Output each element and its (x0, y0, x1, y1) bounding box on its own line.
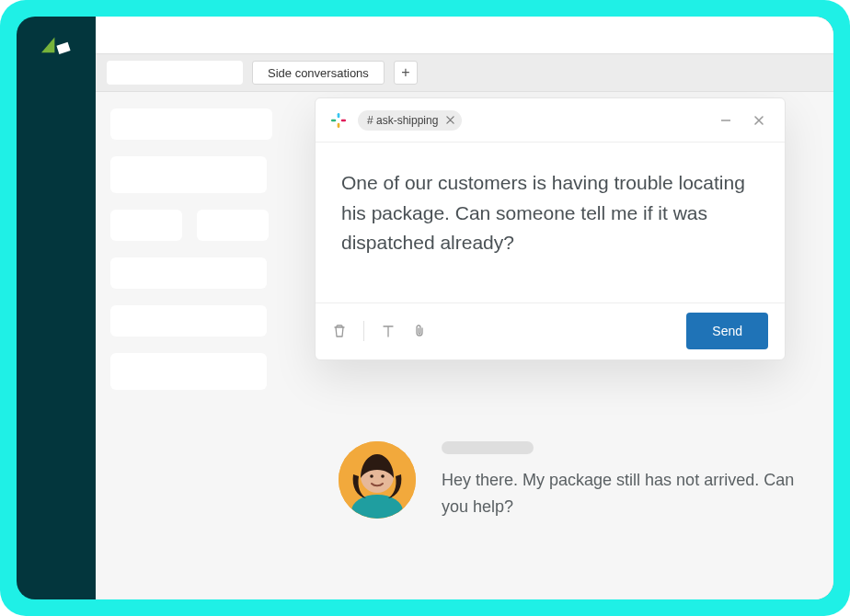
message-column: Hey there. My package still has not arri… (442, 441, 815, 520)
placeholder-block (110, 305, 267, 337)
customer-avatar (339, 441, 416, 519)
placeholder-block (110, 353, 267, 390)
separator (363, 321, 364, 341)
tab-bar: Side conversations + (96, 53, 833, 92)
channel-chip-label: # ask-shipping (367, 114, 438, 127)
trash-icon[interactable] (332, 324, 347, 338)
slack-icon (330, 112, 347, 129)
send-button[interactable]: Send (686, 313, 768, 349)
svg-rect-3 (331, 119, 336, 121)
plus-icon: + (401, 65, 409, 80)
top-bar (96, 17, 833, 53)
compose-header: # ask-shipping (316, 98, 785, 143)
workspace: # ask-shipping One of (96, 92, 833, 599)
channel-chip[interactable]: # ask-shipping (358, 110, 462, 131)
sidebar-placeholders (110, 108, 272, 390)
placeholder-block (197, 210, 269, 241)
message-text: Hey there. My package still has not arri… (442, 467, 815, 520)
content-area: Side conversations + (96, 17, 833, 599)
placeholder-block (110, 156, 267, 193)
svg-rect-2 (338, 112, 340, 117)
send-button-label: Send (712, 324, 742, 338)
side-conversation-compose-panel: # ask-shipping One of (315, 97, 786, 360)
app-window: Side conversations + (17, 17, 833, 599)
placeholder-block (110, 210, 182, 241)
placeholder-row (110, 210, 272, 241)
placeholder-block (110, 108, 272, 140)
minimize-button[interactable] (715, 109, 737, 131)
svg-point-11 (381, 474, 385, 478)
compose-body-text[interactable]: One of our customers is having trouble l… (316, 143, 785, 302)
svg-rect-5 (341, 119, 346, 121)
compose-footer: Send (316, 302, 785, 359)
add-tab-button[interactable]: + (394, 61, 418, 85)
tab-side-conversations[interactable]: Side conversations (252, 61, 385, 85)
tab-placeholder (107, 61, 243, 85)
placeholder-block (110, 257, 267, 289)
svg-rect-4 (338, 122, 340, 127)
sender-placeholder (442, 441, 534, 454)
outer-frame: Side conversations + (0, 0, 850, 616)
tab-label: Side conversations (268, 66, 369, 80)
attachment-icon[interactable] (412, 324, 427, 338)
zendesk-logo-icon (41, 35, 71, 57)
svg-marker-0 (41, 37, 54, 52)
conversation-message: Hey there. My package still has not arri… (339, 441, 815, 520)
text-format-icon[interactable] (381, 324, 396, 338)
svg-point-10 (370, 474, 373, 478)
close-button[interactable] (748, 109, 770, 131)
brand-rail (17, 17, 96, 599)
svg-rect-1 (56, 42, 70, 54)
remove-chip-icon[interactable] (445, 116, 454, 125)
